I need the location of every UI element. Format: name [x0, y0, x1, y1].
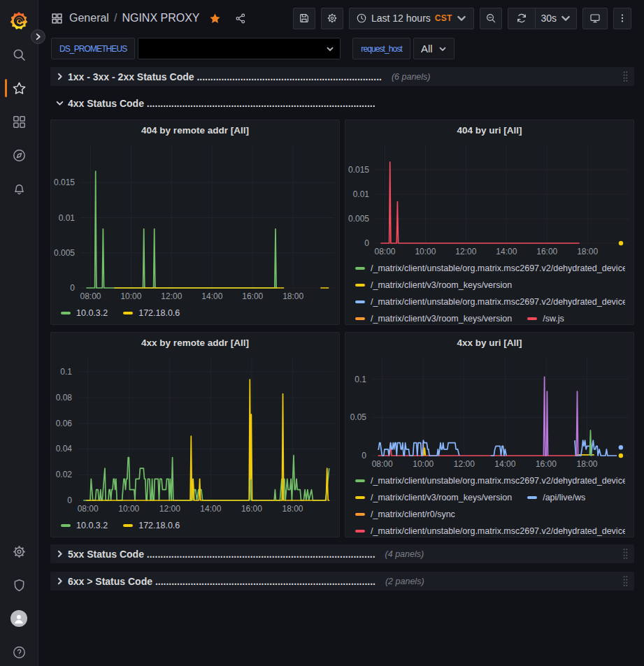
sidebar-item-alerting[interactable]	[0, 172, 38, 205]
sidebar-item-help[interactable]	[0, 635, 38, 666]
row-title: 6xx > Status Code ......................…	[68, 576, 375, 587]
legend-item[interactable]: /sw.js	[527, 314, 564, 324]
svg-text:16:00: 16:00	[242, 291, 263, 301]
time-range-picker[interactable]: Last 12 hours CST	[349, 8, 474, 29]
row-header-1xx-3xx-2xx[interactable]: 1xx - 3xx - 2xx Status Code ............…	[50, 67, 634, 86]
apps-icon	[12, 115, 27, 129]
time-series-plot[interactable]: 00.0050.010.01508:0010:0012:0014:0016:00…	[51, 140, 339, 303]
legend-series-label: /_matrix/client/v3/room_keys/version	[371, 314, 512, 324]
legend-item[interactable]: /_matrix/client/v3/room_keys/version	[355, 280, 512, 290]
variable-value-request-host[interactable]: All	[413, 38, 455, 59]
svg-text:0.1: 0.1	[60, 367, 72, 377]
sidebar-item-configuration[interactable]	[0, 535, 38, 568]
svg-text:18:00: 18:00	[577, 459, 598, 469]
drag-dots-icon	[622, 574, 629, 588]
sidebar-item-search[interactable]	[0, 38, 38, 71]
legend-item[interactable]: 172.18.0.6	[123, 308, 180, 318]
legend-series-color	[123, 524, 133, 527]
row-header-6xx[interactable]: 6xx > Status Code ......................…	[50, 572, 634, 591]
chevron-right-icon	[55, 549, 64, 558]
refresh-interval-label: 30s	[541, 13, 557, 24]
legend-item[interactable]: /_matrix/client/unstable/org.matrix.msc2…	[355, 526, 610, 536]
row-title: 4xx Status Code ........................…	[68, 98, 375, 109]
cycle-view-mode-button[interactable]	[582, 8, 608, 29]
panel-legend: 10.0.3.2172.18.0.6	[51, 516, 339, 537]
variable-label-ds-prometheus[interactable]: DS_PROMETHEUS	[51, 38, 135, 59]
zoom-out-time-button[interactable]	[480, 8, 502, 29]
row-panel-count: (6 panels)	[392, 72, 431, 82]
refresh-button[interactable]	[508, 8, 536, 29]
grafana-logo[interactable]	[8, 10, 29, 31]
panel-legend: /_matrix/client/unstable/org.matrix.msc2…	[345, 471, 634, 537]
legend-series-color	[123, 312, 133, 314]
refresh-interval-picker[interactable]: 30s	[536, 8, 577, 29]
row-drag-handle[interactable]	[622, 574, 629, 588]
legend-row: /_matrix/client/unstable/org.matrix.msc2…	[355, 294, 625, 310]
svg-text:0: 0	[362, 451, 366, 461]
row-header-5xx[interactable]: 5xx Status Code ........................…	[50, 544, 634, 563]
submenu: DS_PROMETHEUS request_host All	[38, 36, 644, 64]
legend-item[interactable]: /_matrix/client/unstable/org.matrix.msc2…	[355, 476, 610, 486]
legend-row: /_matrix/client/r0/sync	[355, 506, 625, 523]
row-header-4xx[interactable]: 4xx Status Code ........................…	[50, 94, 634, 113]
svg-text:0.01: 0.01	[353, 189, 370, 199]
svg-text:0: 0	[364, 238, 369, 248]
legend-item[interactable]: /_matrix/client/v3/room_keys/version	[355, 314, 512, 324]
time-series-plot[interactable]: 00.020.040.060.080.108:0010:0012:0014:00…	[51, 352, 339, 516]
svg-text:14:00: 14:00	[201, 291, 222, 301]
panel-header[interactable]: 4xx by uri [All]	[345, 333, 634, 352]
panel-header[interactable]: 404 by uri [All]	[345, 120, 634, 140]
svg-text:16:00: 16:00	[241, 504, 262, 514]
dashboard-settings-button[interactable]	[321, 8, 343, 29]
star-icon	[12, 81, 27, 96]
sidebar-item-starred[interactable]	[0, 71, 38, 105]
legend-series-label: /_matrix/client/unstable/org.matrix.msc2…	[371, 526, 625, 536]
sidebar	[0, 0, 38, 666]
legend-item[interactable]: /_matrix/client/unstable/org.matrix.msc2…	[355, 297, 610, 307]
search-icon	[12, 48, 27, 62]
legend-series-color	[355, 479, 365, 482]
share-button[interactable]	[235, 13, 247, 24]
svg-text:10:00: 10:00	[118, 504, 139, 514]
legend-series-color	[355, 496, 365, 499]
panel-header[interactable]: 4xx by remote addr [All]	[51, 333, 339, 352]
chevron-down-icon	[560, 13, 571, 24]
legend-row: /_matrix/client/unstable/org.matrix.msc2…	[355, 472, 625, 489]
save-dashboard-button[interactable]	[293, 8, 315, 29]
panel-header[interactable]: 404 by remote addr [All]	[51, 120, 339, 140]
svg-text:08:00: 08:00	[372, 459, 393, 469]
legend-item[interactable]: /_matrix/client/v3/room_keys/version	[355, 493, 512, 502]
time-series-plot[interactable]: 00.0050.010.01508:0010:0012:0014:0016:00…	[345, 140, 634, 259]
legend-series-color	[355, 317, 365, 320]
variable-label-request-host[interactable]: request_host	[352, 38, 410, 59]
legend-item[interactable]: 10.0.3.2	[61, 521, 108, 530]
sidebar-item-dashboards[interactable]	[0, 105, 38, 138]
monitor-icon	[589, 13, 601, 24]
legend-item[interactable]: 172.18.0.6	[123, 521, 180, 530]
row-drag-handle[interactable]	[622, 69, 629, 84]
more-options-button[interactable]	[613, 8, 631, 29]
breadcrumb-folder[interactable]: General	[69, 12, 109, 24]
favorite-star-button[interactable]	[209, 13, 221, 24]
legend-item[interactable]: 10.0.3.2	[61, 308, 108, 318]
svg-text:14:00: 14:00	[200, 504, 221, 514]
sidebar-expand-button[interactable]	[31, 29, 45, 44]
sidebar-item-explore[interactable]	[0, 138, 38, 172]
legend-item[interactable]: /_matrix/client/unstable/org.matrix.msc2…	[355, 263, 610, 273]
grafana-app: General / NGINX PROXY	[0, 0, 644, 666]
legend-series-label: /sw.js	[543, 314, 564, 324]
breadcrumb-divider: /	[114, 12, 117, 24]
sidebar-item-profile[interactable]	[0, 602, 38, 635]
row-drag-handle[interactable]	[622, 546, 629, 561]
svg-text:14:00: 14:00	[496, 247, 517, 256]
legend-item[interactable]: /_matrix/client/r0/sync	[355, 509, 455, 519]
legend-series-color	[355, 513, 365, 516]
sidebar-item-server-admin[interactable]	[0, 568, 38, 602]
bell-icon	[12, 182, 27, 196]
star-filled-icon	[209, 13, 221, 24]
chevron-right-icon	[55, 577, 64, 586]
variable-value-ds-prometheus[interactable]	[138, 38, 341, 59]
chevron-down-icon	[55, 99, 64, 108]
legend-item[interactable]: /api/live/ws	[527, 493, 585, 502]
time-series-plot[interactable]: 00.050.108:0010:0012:0014:0016:0018:00	[345, 352, 634, 471]
